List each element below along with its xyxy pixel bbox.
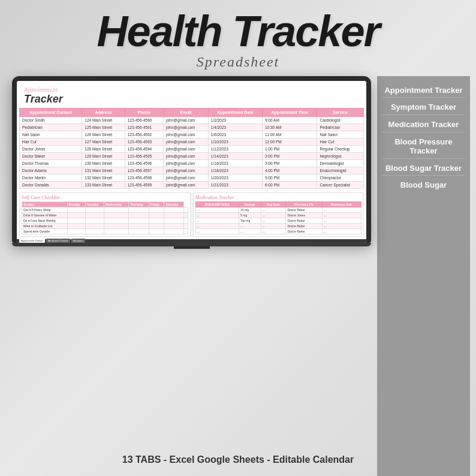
- sidebar-item[interactable]: Blood Pressure Tracker: [382, 135, 465, 159]
- list-item: Do a Face Mask Weekly: [22, 218, 188, 223]
- tracker-title: Tracker: [24, 93, 63, 105]
- list-item: Spend time Outside: [22, 228, 188, 234]
- table-row: Doctor Smith124 Main Street123-456-4590j…: [20, 116, 364, 123]
- bottom-text: 13 TABS - Excel Google Sheets - Editable…: [0, 454, 476, 465]
- list-item: ...Tsp mg...Doctor Baker...: [195, 218, 361, 223]
- bottom-text-content: 13 TABS - Excel Google Sheets - Editable…: [122, 454, 354, 465]
- med-header-row: PRESCRIPTIONSDosageExp DatePharmacy Ph.P…: [195, 201, 361, 207]
- table-row: Nail Salon126 Main Street123-456-4592joh…: [20, 131, 364, 138]
- table-row: Doctor Thomas130 Main Street123-456-4596…: [20, 159, 364, 167]
- table-row: Hair Cut127 Main Street123-456-4593john@…: [20, 138, 364, 145]
- col-service: Service: [317, 108, 364, 116]
- tab-medication[interactable]: Medication Tracker: [46, 239, 70, 243]
- laptop-mockup: Appointment Tracker Appointment Contact …: [6, 76, 377, 476]
- table-row: Pediatrician125 Main Street123-456-4591j…: [20, 123, 364, 131]
- col-contact: Appointment Contact: [20, 108, 82, 116]
- tab-symptom[interactable]: Symptom: [71, 239, 85, 243]
- laptop-screen: Appointment Tracker Appointment Contact …: [17, 81, 366, 243]
- sidebar-item[interactable]: Blood Sugar: [382, 178, 465, 192]
- self-care-spreadsheet: Self Care Checklist SundayMondayTuesdayW…: [19, 192, 191, 237]
- table-header-row: Appointment Contact Address Phone Email …: [20, 108, 364, 116]
- col-address: Address: [82, 108, 125, 116]
- appointment-cursive: Appointment: [24, 86, 359, 93]
- medication-title: Medication Tracker: [195, 195, 362, 200]
- sidebar-item[interactable]: Symptom Tracker: [382, 100, 465, 115]
- laptop-outer: Appointment Tracker Appointment Contact …: [12, 76, 371, 243]
- list-item: .........Doctor Baker...: [195, 223, 361, 228]
- right-sidebar: Appointment TrackerSymptom TrackerMedica…: [377, 76, 470, 476]
- list-item: .........Doctor Baker...: [195, 228, 361, 234]
- title-section: Health Tracker Spreadsheet: [97, 0, 379, 70]
- main-container: Health Tracker Spreadsheet Appointment T…: [0, 0, 476, 476]
- list-item: ...5 mg...Doctor Jones...: [195, 212, 361, 218]
- sub-title: Spreadsheet: [97, 54, 379, 70]
- table-row: Doctor Jones128 Main Street123-456-4594j…: [20, 145, 364, 152]
- col-phone: Phone: [125, 108, 163, 116]
- spreadsheet-header: Appointment Tracker: [17, 81, 366, 108]
- medication-spreadsheet: Medication Tracker PRESCRIPTIONSDosageEx…: [193, 192, 364, 237]
- main-title: Health Tracker: [97, 12, 379, 51]
- content-area: Appointment Tracker Appointment Contact …: [0, 76, 476, 476]
- tab-bar: Appointment Tracker Medication Tracker S…: [17, 239, 366, 243]
- list-item: Get 4-8 Hours Sleep: [22, 207, 188, 212]
- table-row: Doctor Martin132 Main Street123-456-4598…: [20, 174, 364, 181]
- col-date: Appointment Date: [208, 108, 262, 116]
- list-item: ...10 mg...Doctor Baker...: [195, 207, 361, 212]
- tab-appointment[interactable]: Appointment Tracker: [19, 239, 45, 243]
- col-time: Appointment Time: [262, 108, 317, 116]
- sidebar-item[interactable]: Blood Sugar Tracker: [382, 161, 465, 176]
- appointment-table: Appointment Contact Address Phone Email …: [19, 108, 364, 189]
- self-care-table: SundayMondayTuesdayWednesdayThursdayFrid…: [22, 201, 188, 234]
- laptop-stand: [174, 246, 210, 249]
- list-item: Drink 8 Glasses of Water: [22, 212, 188, 218]
- sidebar-item[interactable]: Appointment Tracker: [382, 83, 465, 98]
- days-header: SundayMondayTuesdayWednesdayThursdayFrid…: [22, 201, 188, 207]
- list-item: Wine or Gratitude List: [22, 223, 188, 228]
- sidebar-item[interactable]: Medication Tracker: [382, 118, 465, 132]
- col-email: Email: [164, 108, 209, 116]
- table-row: Doctor Baker129 Main Street123-456-4595j…: [20, 152, 364, 159]
- table-row: Doctor Donalds133 Main Street123-456-459…: [20, 181, 364, 188]
- table-row: Doctor Adams131 Main Street123-456-4597j…: [20, 167, 364, 174]
- medication-table: PRESCRIPTIONSDosageExp DatePharmacy Ph.P…: [195, 201, 362, 234]
- self-care-title: Self Care Checklist: [22, 195, 188, 200]
- bottom-spreadsheets: Self Care Checklist SundayMondayTuesdayW…: [19, 192, 364, 237]
- table-container: Appointment Contact Address Phone Email …: [17, 108, 366, 190]
